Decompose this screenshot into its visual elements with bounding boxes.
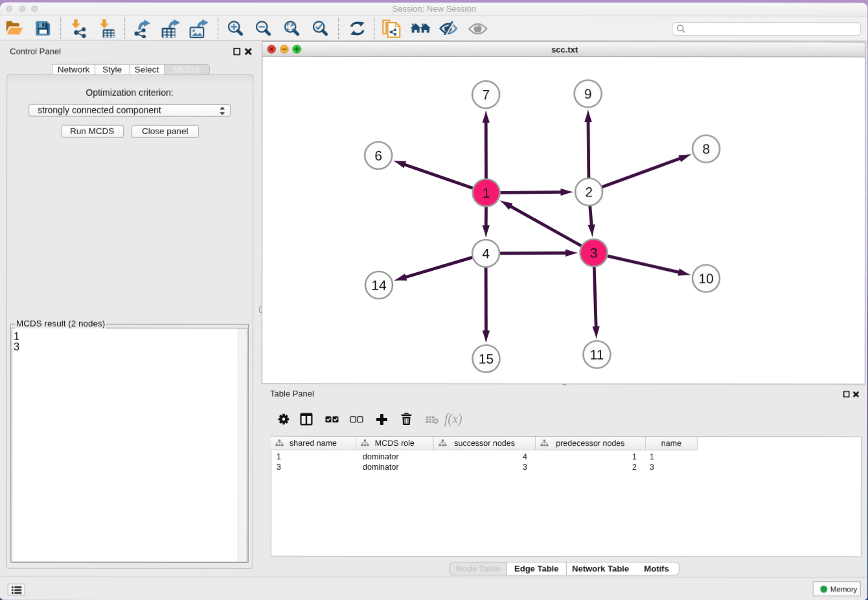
- svg-text:4: 4: [482, 246, 490, 260]
- svg-text:6: 6: [374, 148, 382, 163]
- svg-text:3: 3: [590, 245, 598, 260]
- svg-text:8: 8: [702, 141, 710, 156]
- svg-text:1: 1: [483, 185, 490, 200]
- svg-text:11: 11: [590, 347, 604, 362]
- svg-text:9: 9: [584, 86, 592, 101]
- svg-text:14: 14: [371, 277, 387, 292]
- svg-text:7: 7: [482, 87, 490, 102]
- svg-text:2: 2: [585, 184, 593, 199]
- svg-text:10: 10: [698, 271, 713, 286]
- svg-text:15: 15: [479, 351, 494, 366]
